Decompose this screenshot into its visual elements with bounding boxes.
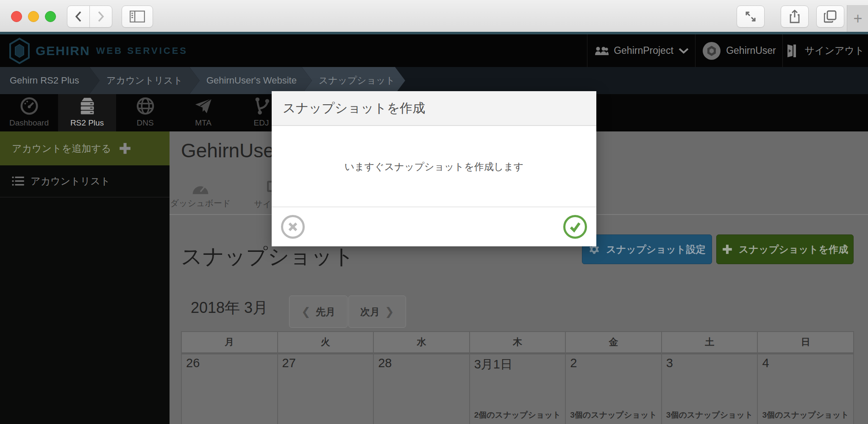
user-menu[interactable]: GehirnUser [695,34,783,67]
fullscreen-button[interactable] [737,6,765,28]
create-snapshot-button[interactable]: スナップショットを作成 [716,234,854,264]
calendar-day-cell[interactable]: 3 3個のスナップショット [662,354,757,424]
minimize-window-button[interactable] [28,11,39,22]
sidebar-icon [130,11,145,22]
calendar-date: 2 [570,356,577,370]
avatar [702,42,721,60]
chevron-right-icon [96,10,106,23]
nav-item-dashboard[interactable]: Dashboard [0,94,58,131]
add-account-button[interactable]: アカウントを追加する [0,131,170,165]
paper-plane-icon [194,96,213,116]
calendar-weekday: 金 [566,332,661,354]
calendar-weekday: 日 [758,332,853,354]
app-header: GEHIRN WEB SERVICES GehirnProject Gehirn… [0,34,868,67]
share-icon [789,10,800,23]
next-month-button[interactable]: 次月 ❯ [348,296,406,328]
back-button[interactable] [67,6,90,28]
nav-label: RS2 Plus [70,118,104,128]
calendar-weekday: 火 [278,332,373,354]
chevron-down-icon [679,48,689,54]
snapshot-count: 3個のスナップショット [762,410,849,421]
chevron-right-icon: ❯ [385,305,394,318]
snapshot-calendar: 月 火 水 木 金 土 日 26 27 28 3月1日 2個のスナップショット … [181,331,854,424]
tab-dashboard[interactable]: ダッシュボード [173,181,228,209]
calendar-date: 27 [282,356,296,370]
create-snapshot-dialog: スナップショットを作成 いますぐスナップショットを作成します [272,91,596,246]
calendar-weekday: 木 [470,332,565,354]
chevron-left-icon: ❮ [301,305,311,318]
nav-label: MTA [195,118,211,128]
snapshot-settings-button[interactable]: スナップショット設定 [582,234,712,264]
chevron-left-icon [74,10,83,23]
calendar-day-cell[interactable]: 27 [278,354,373,424]
month-label: 2018年 3月 [191,298,268,318]
check-icon [569,220,581,233]
dashboard-gauge-icon [19,96,39,116]
dialog-cancel-button[interactable] [281,215,305,239]
calendar-weekday: 土 [662,332,757,354]
zoom-window-button[interactable] [45,11,56,22]
list-icon [12,176,25,187]
sidebar-toggle-button[interactable] [122,6,153,28]
expand-arrows-icon [745,11,757,22]
dialog-footer [272,206,596,246]
x-icon [287,221,299,233]
calendar-date: 26 [186,356,200,370]
nav-item-dns[interactable]: DNS [116,94,174,131]
breadcrumb-item-rs2plus[interactable]: Gehirn RS2 Plus [0,67,100,94]
plus-glyph: + [853,10,862,28]
gehirn-hexagon-icon [9,38,30,64]
tab-overview-button[interactable] [816,6,844,28]
branch-icon [252,96,271,116]
calendar-day-cell[interactable]: 2 3個のスナップショット [566,354,661,424]
browser-chrome: + [0,0,868,32]
share-button[interactable] [781,6,809,28]
calendar-day-cell[interactable]: 4 3個のスナップショット [758,354,853,424]
breadcrumb-item-website[interactable]: GehirnUser's Website [189,67,312,94]
calendar-weekday: 月 [182,332,277,354]
brand-suffix: WEB SERVICES [96,45,188,56]
nav-label: EDJ [254,118,269,128]
calendar-date: 28 [378,356,392,370]
calendar-day-cell[interactable]: 3月1日 2個のスナップショット [470,354,565,424]
signout-button[interactable]: サインアウト [782,34,868,67]
nav-label: DNS [136,118,153,128]
gauge-icon [191,181,210,194]
nav-item-mta[interactable]: MTA [174,94,232,131]
calendar-day-cell[interactable]: 26 [182,354,277,424]
calendar-date: 3 [666,356,673,370]
brand-name: GEHIRN [36,44,90,58]
forward-button[interactable] [89,6,112,28]
server-stack-icon [78,96,97,116]
sidebar-item-account-list[interactable]: アカウントリスト [0,165,170,198]
calendar-day-cell[interactable]: 28 [374,354,469,424]
calendar-date: 4 [762,356,769,370]
project-menu[interactable]: GehirnProject [587,34,696,67]
globe-icon [136,96,155,116]
snapshot-count: 2個のスナップショット [474,410,561,421]
calendar-weekday: 水 [374,332,469,354]
signout-door-icon [787,44,799,58]
plus-icon [722,244,733,255]
dialog-confirm-button[interactable] [563,215,587,239]
users-icon [594,46,609,56]
plus-icon [118,141,132,156]
dialog-title: スナップショットを作成 [272,91,596,126]
breadcrumb-item-account-list[interactable]: アカウントリスト [89,67,200,94]
breadcrumb: Gehirn RS2 Plus アカウントリスト GehirnUser's We… [0,67,868,94]
page-title: スナップショット [181,243,354,271]
user-name: GehirnUser [726,45,776,56]
nav-item-rs2plus[interactable]: RS2 Plus [58,94,116,131]
snapshot-count: 3個のスナップショット [666,410,753,421]
dialog-body-text: いますぐスナップショットを作成します [272,127,596,206]
snapshot-count: 3個のスナップショット [570,410,657,421]
calendar-date: 3月1日 [474,356,512,373]
close-window-button[interactable] [11,11,22,22]
tabs-icon [824,10,837,23]
project-name: GehirnProject [614,45,673,56]
prev-month-button[interactable]: ❮ 先月 [289,296,348,328]
nav-label: Dashboard [9,118,49,128]
brand-logo[interactable]: GEHIRN WEB SERVICES [9,34,188,67]
new-tab-button[interactable]: + [847,5,868,32]
breadcrumb-item-snapshot[interactable]: スナップショット [302,67,405,94]
